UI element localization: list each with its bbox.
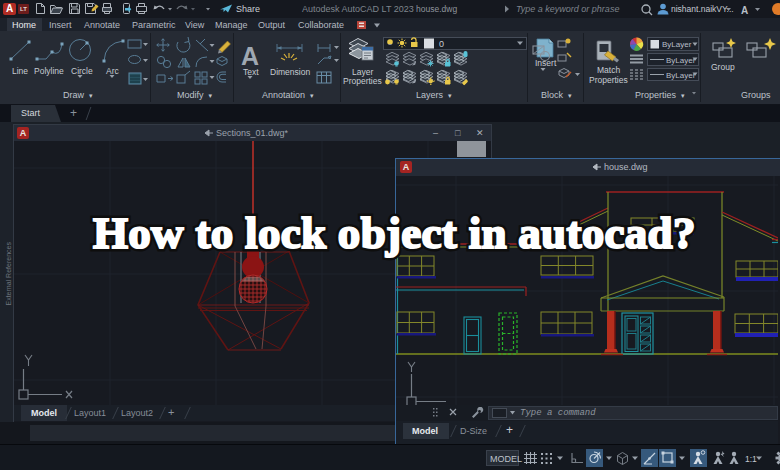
svg-text:0: 0 bbox=[439, 39, 444, 49]
svg-text:ByLayer: ByLayer bbox=[666, 56, 696, 65]
svg-text:ByLayer: ByLayer bbox=[662, 40, 692, 49]
svg-text:A: A bbox=[241, 42, 259, 70]
svg-text:A: A bbox=[741, 5, 748, 16]
svg-text:ByLayer: ByLayer bbox=[666, 71, 696, 80]
